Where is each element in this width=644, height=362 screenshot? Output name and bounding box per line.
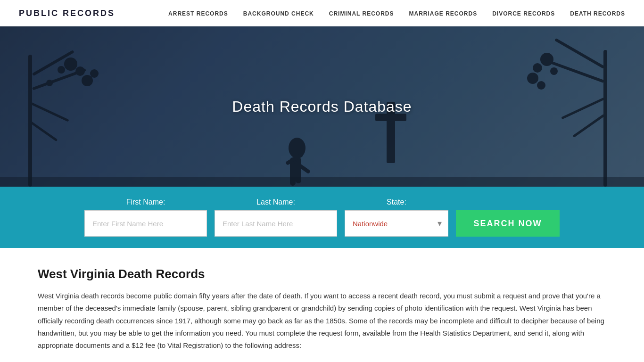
search-button[interactable]: SEARCH NOW — [456, 210, 560, 237]
nav-marriage-records[interactable]: MARRIAGE RECORDS — [409, 10, 478, 17]
state-select[interactable]: Nationwide Alabama Alaska Arizona Arkans… — [345, 210, 448, 237]
first-name-input[interactable] — [84, 210, 207, 237]
last-name-field: Last Name: — [215, 198, 337, 237]
nav-death-records[interactable]: DEATH RECORDS — [570, 10, 625, 17]
site-brand[interactable]: PUBLIC RECORDS — [19, 8, 115, 18]
nav-background-check[interactable]: BACKGROUND CHECK — [243, 10, 314, 17]
first-name-label: First Name: — [84, 198, 207, 206]
last-name-label: Last Name: — [215, 198, 337, 206]
content-address: West Virginia Dept. of Health Vital Regi… — [38, 360, 606, 362]
content-heading: West Virginia Death Records — [38, 267, 606, 281]
last-name-input[interactable] — [215, 210, 337, 237]
state-select-wrapper: Nationwide Alabama Alaska Arizona Arkans… — [345, 210, 448, 237]
hero-title: Death Records Database — [232, 98, 412, 115]
nav-divorce-records[interactable]: DIVORCE RECORDS — [492, 10, 555, 17]
content-body: West Virginia death records become publi… — [38, 290, 606, 352]
nav-arrest-records[interactable]: ARREST RECORDS — [168, 10, 228, 17]
hero-section: Death Records Database — [0, 26, 644, 187]
navbar: PUBLIC RECORDS ARREST RECORDS BACKGROUND… — [0, 0, 644, 26]
nav-criminal-records[interactable]: CRIMINAL RECORDS — [329, 10, 394, 17]
nav-links: ARREST RECORDS BACKGROUND CHECK CRIMINAL… — [168, 9, 625, 17]
first-name-field: First Name: — [84, 198, 207, 237]
search-bar: First Name: Last Name: State: Nationwide… — [0, 187, 644, 248]
state-label: State: — [345, 198, 448, 206]
content-section: West Virginia Death Records West Virgini… — [0, 248, 644, 362]
state-field: State: Nationwide Alabama Alaska Arizona… — [345, 198, 448, 237]
